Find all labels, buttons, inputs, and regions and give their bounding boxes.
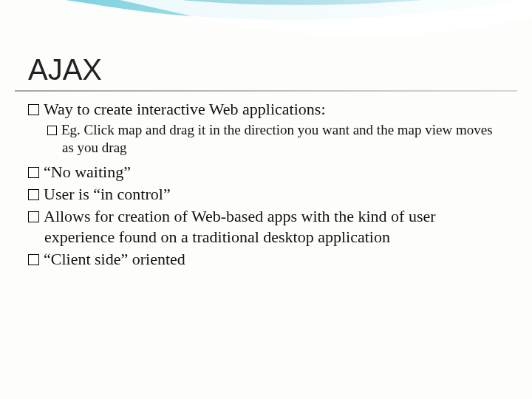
- slide-body: Way to create interactive Web applicatio…: [28, 99, 502, 272]
- bullet-item: “No waiting”: [28, 162, 502, 183]
- sub-bullet-item: Eg. Click map and drag it in the directi…: [47, 121, 502, 157]
- hollow-square-icon: [47, 126, 57, 135]
- slide-title: AJAX: [28, 53, 102, 86]
- hollow-square-icon: [28, 211, 39, 222]
- bullet-text: Allows for creation of Web-based apps wi…: [44, 207, 436, 246]
- bullet-text: Way to create interactive Web applicatio…: [44, 100, 326, 118]
- bullet-item: Way to create interactive Web applicatio…: [28, 99, 502, 120]
- bullet-text: “No waiting”: [44, 163, 131, 181]
- hollow-square-icon: [28, 254, 39, 265]
- bullet-item: Allows for creation of Web-based apps wi…: [28, 206, 502, 248]
- hollow-square-icon: [28, 104, 39, 115]
- title-underline: [15, 90, 517, 92]
- bullet-text: Eg. Click map and drag it in the directi…: [61, 122, 493, 155]
- hollow-square-icon: [28, 189, 39, 200]
- bullet-text: User is “in control”: [44, 185, 171, 203]
- hollow-square-icon: [28, 167, 39, 178]
- bullet-item: “Client side” oriented: [28, 249, 502, 270]
- bullet-item: User is “in control”: [28, 184, 502, 205]
- bullet-text: “Client side” oriented: [44, 250, 185, 268]
